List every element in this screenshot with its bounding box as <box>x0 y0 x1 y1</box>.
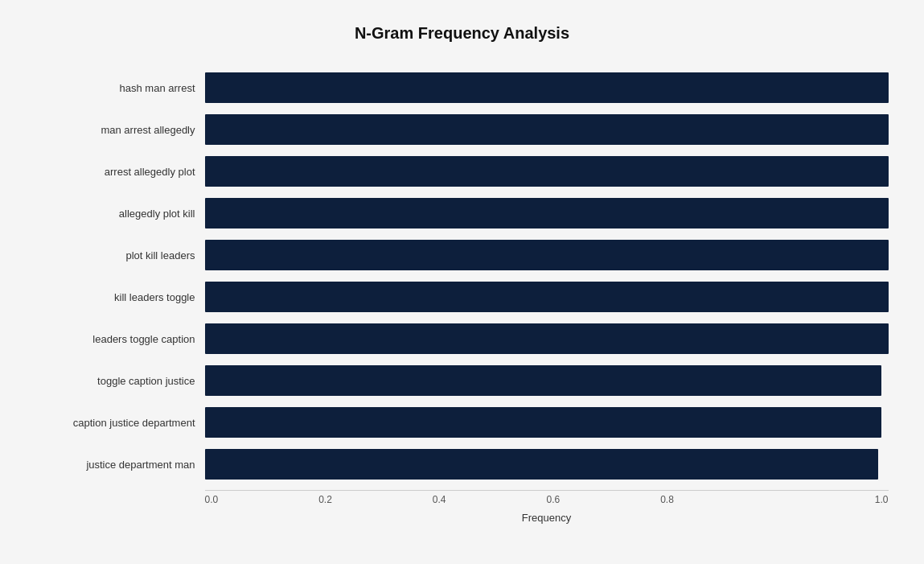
bar-fill <box>205 365 882 396</box>
x-tick: 0.6 <box>547 494 661 505</box>
bar-row: man arrest allegedly <box>36 109 889 150</box>
bar-row: toggle caption justice <box>36 360 889 401</box>
x-axis-label: Frequency <box>205 512 889 524</box>
bar-track <box>205 407 889 438</box>
bar-fill <box>205 198 889 228</box>
bar-label: leaders toggle caption <box>36 333 205 345</box>
bar-fill <box>205 323 889 354</box>
x-tick: 0.4 <box>433 494 547 505</box>
bar-fill <box>205 156 889 187</box>
bar-track <box>205 365 889 396</box>
bar-fill <box>205 72 889 103</box>
bar-fill <box>205 407 882 438</box>
bar-label: toggle caption justice <box>36 375 205 387</box>
bar-row: kill leaders toggle <box>36 276 889 318</box>
x-tick: 0.2 <box>318 494 433 505</box>
bar-row: hash man arrest <box>36 67 889 109</box>
bar-row: arrest allegedly plot <box>36 150 889 192</box>
x-axis-line <box>205 490 889 491</box>
x-axis-area: 0.00.20.40.60.81.0 Frequency <box>36 490 889 524</box>
bar-label: caption justice department <box>36 417 205 429</box>
chart-area: hash man arrestman arrest allegedlyarres… <box>36 67 889 485</box>
bar-row: allegedly plot kill <box>36 192 889 234</box>
bar-track <box>205 323 889 354</box>
bar-row: leaders toggle caption <box>36 318 889 360</box>
bar-row: justice department man <box>36 443 889 485</box>
bar-label: justice department man <box>36 459 205 471</box>
bar-track <box>205 198 889 228</box>
bar-row: caption justice department <box>36 401 889 443</box>
chart-container: N-Gram Frequency Analysis hash man arres… <box>20 0 905 564</box>
bar-track <box>205 72 889 103</box>
bar-fill <box>205 240 889 270</box>
chart-title: N-Gram Frequency Analysis <box>36 24 889 43</box>
x-tick: 1.0 <box>774 494 889 505</box>
bar-track <box>205 114 889 145</box>
bar-fill <box>205 282 889 312</box>
bar-fill <box>205 114 889 145</box>
x-axis-ticks: 0.00.20.40.60.81.0 <box>205 494 889 505</box>
bar-label: hash man arrest <box>36 82 205 94</box>
bar-label: arrest allegedly plot <box>36 166 205 178</box>
bar-label: man arrest allegedly <box>36 124 205 136</box>
bar-label: kill leaders toggle <box>36 291 205 303</box>
bar-label: plot kill leaders <box>36 249 205 261</box>
x-tick: 0.8 <box>660 494 774 505</box>
bar-row: plot kill leaders <box>36 234 889 276</box>
x-tick: 0.0 <box>205 494 319 505</box>
bar-track <box>205 282 889 312</box>
bar-fill <box>205 449 878 480</box>
bar-track <box>205 156 889 187</box>
bar-track <box>205 240 889 270</box>
bar-track <box>205 449 889 480</box>
bar-label: allegedly plot kill <box>36 208 205 220</box>
